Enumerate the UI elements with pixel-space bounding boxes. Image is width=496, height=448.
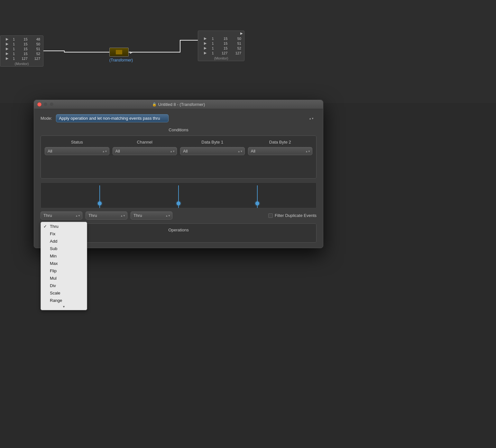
op-select-3-wrapper[interactable]: Thru (131, 211, 172, 219)
transformer-arrow-out: ▶ (130, 51, 133, 54)
filter-duplicate-label: Filter Duplicate Events (275, 213, 317, 218)
dropdown-item-fix[interactable]: Fix (41, 230, 87, 238)
op-select-2-wrapper[interactable]: Thru (86, 211, 127, 219)
slider-3[interactable] (257, 185, 258, 208)
dropdown-item-flip[interactable]: Flip (41, 267, 87, 275)
title-bar: 🔒 Untitled 8 - (Transformer) (34, 100, 323, 109)
transformer-box[interactable] (109, 48, 129, 57)
conditions-section-label: Conditions (41, 127, 317, 132)
dialog-window: 🔒 Untitled 8 - (Transformer) Mode: Apply… (34, 100, 323, 248)
cond-select-channel-wrapper[interactable]: All (113, 147, 177, 155)
monitor-left-table: ▶ 1 15 48 ▶ 1 15 50 ▶ 1 15 51 ▶ 1 15 5 (2, 36, 42, 61)
cond-header-databyte1: Data Byte 1 (180, 140, 245, 145)
op-select-3[interactable]: Thru (131, 211, 172, 219)
operations-row: Thru Thru Fix Add Sub Min Max Flip Mul D… (41, 211, 317, 219)
table-row: ▶ 1 15 52 (2, 51, 41, 56)
window-title-icon: 🔒 (152, 102, 157, 107)
monitor-right-table: ▶ 1 15 50 ▶ 1 15 51 ▶ 1 15 52 ▶ 1 127 (199, 36, 243, 56)
monitor-node-right: ▶ ▶ 1 15 50 ▶ 1 15 51 ▶ 1 15 52 ▶ (198, 31, 244, 61)
cond-select-databyte2[interactable]: All (248, 147, 313, 155)
transformer-icon (116, 50, 122, 54)
table-row: ▶ 1 15 51 (200, 41, 242, 45)
window-title: 🔒 Untitled 8 - (Transformer) (152, 102, 205, 107)
conditions-dropdowns: All All All All (45, 147, 312, 155)
mode-label: Mode: (41, 116, 52, 121)
dropdown-item-max[interactable]: Max (41, 260, 87, 267)
mode-select-wrapper[interactable]: Apply operation and let non-matching eve… (56, 114, 317, 122)
table-row: ▶ 1 15 52 (200, 46, 242, 50)
table-row: ▶ 1 127 127 (200, 51, 242, 55)
slider-1[interactable] (99, 185, 100, 208)
dropdown-item-add[interactable]: Add (41, 238, 87, 245)
monitor-right-arrow: ▶ (240, 32, 243, 35)
slider-1-thumb[interactable] (98, 201, 102, 205)
filter-checkbox-wrapper[interactable]: Filter Duplicate Events (268, 213, 317, 218)
minimize-button[interactable] (43, 102, 48, 107)
dialog-body: Mode: Apply operation and let non-matchi… (34, 109, 323, 248)
dropdown-item-scale[interactable]: Scale (41, 289, 87, 297)
slider-2[interactable] (178, 185, 179, 208)
connection-lines (0, 0, 496, 103)
cond-header-databyte2: Data Byte 2 (248, 140, 313, 145)
table-row: ▶ 1 15 50 (200, 36, 242, 41)
table-row: ▶ 1 15 48 (2, 37, 41, 41)
conditions-panel: Status Channel Data Byte 1 Data Byte 2 A… (41, 135, 317, 179)
maximize-button[interactable] (50, 102, 54, 107)
conditions-empty-area (45, 155, 312, 174)
cond-header-status: Status (45, 140, 109, 145)
slider-2-thumb[interactable] (177, 201, 180, 205)
table-row: ▶ 1 15 50 (2, 42, 41, 46)
op-select-1[interactable]: Thru (41, 211, 82, 219)
canvas-area: ▶ 1 15 48 ▶ 1 15 50 ▶ 1 15 51 ▶ 1 15 5 (0, 0, 496, 103)
cond-select-status[interactable]: All (45, 147, 109, 155)
dropdown-item-min[interactable]: Min (41, 252, 87, 260)
close-button[interactable] (37, 102, 41, 107)
dropdown-item-mul[interactable]: Mul (41, 275, 87, 282)
monitor-node-left: ▶ 1 15 48 ▶ 1 15 50 ▶ 1 15 51 ▶ 1 15 5 (0, 35, 43, 67)
monitor-left-label: (Monitor) (2, 62, 42, 66)
dropdown-item-sub[interactable]: Sub (41, 245, 87, 252)
cond-select-channel[interactable]: All (113, 147, 177, 155)
cond-select-databyte1-wrapper[interactable]: All (180, 147, 245, 155)
op-select-2[interactable]: Thru (86, 211, 127, 219)
dropdown-item-range[interactable]: Range (41, 297, 87, 304)
cond-select-databyte1[interactable]: All (180, 147, 245, 155)
sliders-area (41, 182, 317, 208)
cond-select-status-wrapper[interactable]: All (45, 147, 109, 155)
dropdown-scroll-arrow[interactable]: ▼ (41, 304, 87, 309)
op-dropdown-menu[interactable]: Thru Fix Add Sub Min Max Flip Mul Div Sc… (41, 222, 87, 310)
op-select-1-wrapper[interactable]: Thru Thru Fix Add Sub Min Max Flip Mul D… (41, 211, 82, 219)
monitor-right-label: (Monitor) (199, 56, 243, 60)
mode-row: Mode: Apply operation and let non-matchi… (41, 114, 317, 122)
conditions-headers: Status Channel Data Byte 1 Data Byte 2 (45, 140, 312, 145)
transformer-label: (Transformer) (109, 58, 133, 62)
window-title-text: Untitled 8 - (Transformer) (158, 102, 205, 107)
mode-select[interactable]: Apply operation and let non-matching eve… (56, 114, 169, 122)
table-row: ▶ 1 15 51 (2, 47, 41, 51)
table-row: ▶ 1 127 127 (2, 56, 41, 61)
dropdown-item-thru[interactable]: Thru (41, 223, 87, 230)
dropdown-item-div[interactable]: Div (41, 282, 87, 289)
slider-3-thumb[interactable] (255, 201, 259, 205)
cond-select-databyte2-wrapper[interactable]: All (248, 147, 313, 155)
traffic-lights (37, 102, 54, 107)
filter-duplicate-checkbox[interactable] (268, 213, 273, 218)
transformer-node[interactable]: ▶ (Transformer) (109, 48, 133, 62)
cond-header-channel: Channel (113, 140, 177, 145)
